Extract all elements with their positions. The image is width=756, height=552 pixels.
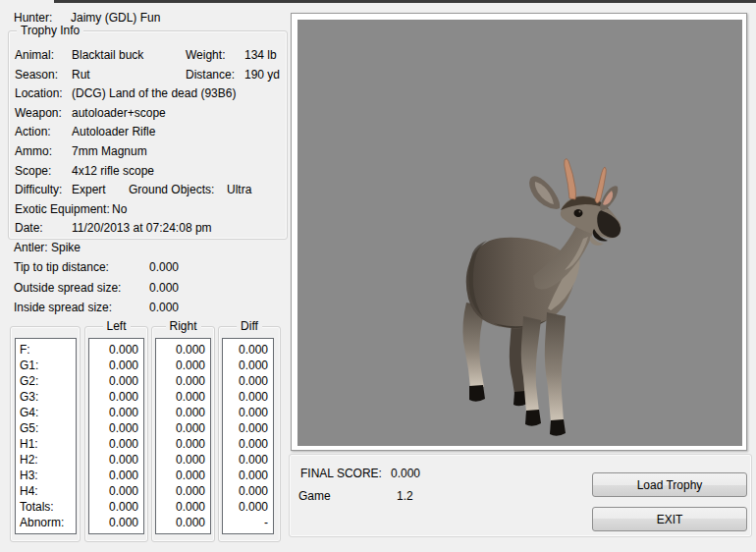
- score-value: 0.000: [223, 483, 273, 499]
- trophy-info-row: Location: (DCG) Land of the dead (93B6): [9, 83, 287, 103]
- hunter-value: Jaimy (GDL) Fun: [71, 11, 160, 25]
- field-value: 7mm Magnum: [72, 144, 147, 158]
- hunter-row: Hunter: Jaimy (GDL) Fun: [14, 11, 289, 25]
- antler-row: Antler: Spike: [8, 238, 288, 257]
- score-value: 0.000: [156, 483, 210, 499]
- score-row-label: G1:: [16, 358, 76, 373]
- score-row-label: G4:: [16, 405, 76, 420]
- hunter-label: Hunter:: [14, 11, 52, 25]
- score-right-header: Right: [165, 319, 200, 333]
- antler-section: Antler: Spike Tip to tip distance: 0.000…: [8, 238, 288, 317]
- score-row-label: Abnorm:: [16, 515, 76, 530]
- game-label: Game: [298, 489, 331, 503]
- score-value: 0.000: [223, 499, 273, 515]
- score-value: 0.000: [89, 515, 143, 530]
- score-value: 0.000: [89, 452, 143, 468]
- score-value: 0.000: [223, 468, 273, 483]
- score-value: 0.000: [156, 436, 210, 452]
- field-value: 4x12 rifle scope: [72, 164, 154, 178]
- window-top-edge: [54, 0, 756, 3]
- score-value: 0.000: [89, 468, 143, 483]
- field-value: No: [112, 202, 127, 216]
- score-value: 0.000: [156, 515, 210, 530]
- trophy-info-row: Exotic Equipment: No: [9, 199, 287, 219]
- score-value: 0.000: [156, 499, 210, 515]
- trophy-viewer-window: Hunter: Jaimy (GDL) Fun Trophy Info Anim…: [0, 0, 756, 552]
- antler-field-value: 0.000: [149, 281, 179, 295]
- field-value: 11/20/2013 at 07:24:08 pm: [72, 221, 212, 235]
- antler-field-label: Tip to tip distance:: [14, 260, 109, 274]
- score-row-label: H4:: [16, 483, 76, 499]
- field-label: Animal:: [15, 48, 54, 62]
- field-value: Rut: [72, 68, 90, 82]
- deer-antler-left: [565, 159, 576, 199]
- antler-field-label: Inside spread size:: [14, 301, 112, 314]
- score-value: 0.000: [156, 420, 210, 436]
- score-left-list: 0.0000.0000.0000.0000.0000.0000.0000.000…: [88, 338, 144, 534]
- score-diff-list: 0.0000.0000.0000.0000.0000.0000.0000.000…: [222, 338, 274, 534]
- field-label-2: Ground Objects:: [129, 183, 214, 196]
- field-label: Location:: [15, 86, 63, 100]
- score-row-label: G2:: [16, 373, 76, 389]
- field-value-2: Ultra: [227, 183, 251, 196]
- game-version-value: 1.2: [397, 489, 413, 503]
- antler-field-value: 0.000: [149, 260, 179, 274]
- score-left-header: Left: [102, 319, 130, 333]
- score-diff-groupbox: Diff 0.0000.0000.0000.0000.0000.0000.000…: [218, 326, 281, 542]
- score-value: 0.000: [223, 436, 273, 452]
- trophy-info-row: Animal: Blacktail buck Weight: 134 lb: [9, 45, 287, 65]
- score-value: 0.000: [89, 358, 143, 373]
- score-value: 0.000: [89, 373, 143, 389]
- score-left-groupbox: Left 0.0000.0000.0000.0000.0000.0000.000…: [84, 326, 148, 542]
- trophy-info-title: Trophy Info: [17, 24, 83, 37]
- load-trophy-button[interactable]: Load Trophy: [592, 472, 747, 497]
- score-diff-header: Diff: [237, 319, 262, 333]
- score-value: 0.000: [89, 405, 143, 420]
- score-row-label: H3:: [16, 468, 76, 483]
- score-right-groupbox: Right 0.0000.0000.0000.0000.0000.0000.00…: [151, 326, 215, 542]
- deer-eye: [574, 209, 583, 217]
- antler-row: Outside spread size: 0.000: [8, 278, 288, 298]
- antler-field-value: 0.000: [149, 301, 179, 314]
- score-rowlabels-list: F:G1:G2:G3:G4:G5:H1:H2:H3:H4:Totals:Abno…: [15, 338, 77, 534]
- score-value: 0.000: [89, 420, 143, 436]
- trophy-info-row: Action: Autoloader Rifle: [9, 122, 287, 141]
- score-row-label: H2:: [16, 452, 76, 468]
- field-value: autoloader+scope: [72, 106, 166, 120]
- score-value: 0.000: [223, 452, 273, 468]
- trophy-info-row: Difficulty: Expert Ground Objects: Ultra: [9, 180, 287, 199]
- field-label: Weapon:: [15, 106, 62, 120]
- field-label: Ammo:: [15, 144, 52, 158]
- trophy-3d-viewport[interactable]: [297, 20, 742, 446]
- score-right-list: 0.0000.0000.0000.0000.0000.0000.0000.000…: [155, 338, 211, 534]
- trophy-info-row: Season: Rut Distance: 190 yd: [9, 65, 287, 84]
- antler-row: Inside spread size: 0.000: [8, 298, 288, 317]
- antler-field-label: Outside spread size:: [14, 281, 121, 295]
- score-row-label: H1:: [16, 436, 76, 452]
- score-value: 0.000: [89, 436, 143, 452]
- trophy-info-rows: Animal: Blacktail buck Weight: 134 lb Se…: [9, 45, 287, 238]
- score-value: 0.000: [89, 389, 143, 405]
- field-label: Exotic Equipment:: [15, 202, 110, 216]
- antler-field-label: Antler: Spike: [14, 241, 81, 254]
- score-value: 0.000: [223, 342, 273, 358]
- final-score-value: 0.000: [391, 467, 420, 480]
- deer-front-leg-right: [545, 312, 566, 422]
- field-label-2: Weight:: [186, 48, 225, 62]
- summary-groupbox: FINAL SCORE: 0.000 Game 1.2 Load Trophy …: [289, 454, 752, 537]
- field-label: Season:: [15, 68, 58, 82]
- field-label: Action:: [15, 125, 51, 138]
- score-value: 0.000: [223, 389, 273, 405]
- score-value: 0.000: [156, 389, 210, 405]
- field-label-2: Distance:: [186, 68, 235, 82]
- field-value-2: 190 yd: [244, 68, 280, 82]
- score-row-label: F:: [16, 342, 76, 358]
- score-value: 0.000: [89, 342, 143, 358]
- exit-button[interactable]: EXIT: [592, 507, 747, 531]
- trophy-viewer-frame: [291, 13, 747, 451]
- score-rowlabels-groupbox: F:G1:G2:G3:G4:G5:H1:H2:H3:H4:Totals:Abno…: [10, 326, 81, 542]
- trophy-info-row: Ammo: 7mm Magnum: [9, 141, 287, 161]
- score-value: 0.000: [156, 373, 210, 389]
- antler-row: Tip to tip distance: 0.000: [8, 257, 288, 277]
- final-score-label: FINAL SCORE:: [300, 467, 382, 480]
